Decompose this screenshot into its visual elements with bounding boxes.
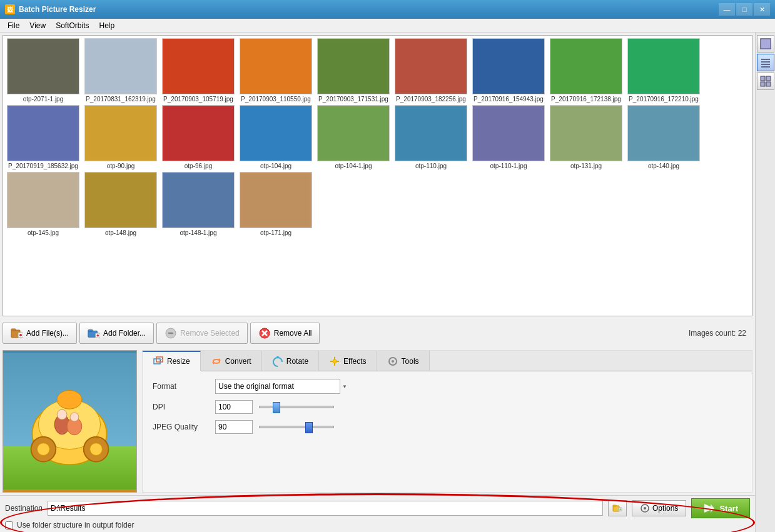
dpi-slider[interactable] — [259, 401, 334, 413]
svg-rect-1 — [11, 42, 76, 91]
tab-convert[interactable]: Convert — [201, 351, 262, 371]
minimize-button[interactable]: — — [719, 3, 735, 16]
image-thumb[interactable]: otp-96.jpg — [161, 105, 236, 169]
jpeg-quality-slider[interactable] — [259, 421, 334, 433]
remove-selected-button[interactable]: Remove Selected — [156, 323, 248, 344]
view-list-button[interactable] — [757, 54, 774, 71]
image-grid[interactable]: otp-2071-1.jpg P_20170831_162319.jpg P_2… — [3, 35, 752, 316]
image-label: otp-110.jpg — [415, 163, 447, 169]
effects-icon — [329, 356, 340, 367]
menu-bar: File View SoftOrbits Help — [0, 19, 775, 33]
dpi-slider-container — [259, 401, 334, 413]
format-select-wrapper: Use the original format JPEG PNG BMP TIF… — [215, 379, 350, 394]
jpeg-quality-slider-container — [259, 421, 334, 433]
svg-rect-25 — [243, 109, 308, 158]
svg-rect-86 — [613, 505, 616, 506]
right-toolbar — [755, 33, 775, 532]
menu-file[interactable]: File — [3, 20, 24, 31]
destination-row: Destination — [5, 498, 750, 518]
options-button[interactable]: Options — [632, 500, 686, 516]
menu-help[interactable]: Help — [94, 20, 120, 31]
svg-point-84 — [392, 360, 394, 363]
image-thumb[interactable]: otp-110-1.jpg — [471, 105, 546, 169]
tab-tools[interactable]: Tools — [377, 351, 430, 371]
view-grid-button[interactable] — [757, 73, 774, 90]
image-thumb[interactable]: P_20170916_172138.jpg — [549, 38, 624, 103]
jpeg-quality-input[interactable] — [215, 420, 253, 434]
svg-rect-101 — [766, 76, 771, 81]
tab-resize[interactable]: Resize — [143, 351, 201, 371]
image-thumb[interactable]: otp-2071-1.jpg — [6, 38, 81, 103]
remove-all-icon — [258, 327, 271, 339]
folder-structure-checkbox[interactable] — [5, 521, 13, 529]
menu-view[interactable]: View — [24, 20, 51, 31]
image-thumb[interactable]: P_20170903_105719.jpg — [161, 38, 236, 103]
format-select[interactable]: Use the original format JPEG PNG BMP TIF… — [215, 379, 340, 394]
app-title: Batch Picture Resizer — [19, 5, 96, 14]
start-button[interactable]: Start — [691, 498, 750, 518]
image-thumb[interactable]: otp-148-1.jpg — [161, 172, 236, 236]
svg-rect-17 — [631, 42, 696, 91]
svg-marker-93 — [711, 504, 714, 513]
image-label: otp-104-1.jpg — [335, 163, 372, 169]
image-thumb[interactable]: otp-140.jpg — [626, 105, 701, 169]
svg-rect-103 — [766, 82, 771, 86]
menu-softorbits[interactable]: SoftOrbits — [51, 20, 94, 31]
form-area: Format Use the original format JPEG PNG … — [143, 371, 752, 448]
jpeg-quality-row: JPEG Quality — [153, 420, 742, 434]
convert-icon — [211, 356, 222, 367]
remove-selected-label: Remove Selected — [180, 329, 240, 338]
image-thumb[interactable]: otp-148.jpg — [83, 172, 158, 236]
image-label: otp-96.jpg — [185, 163, 212, 169]
close-button[interactable]: ✕ — [754, 3, 770, 16]
image-thumb[interactable]: otp-110.jpg — [393, 105, 469, 169]
image-label: P_20170916_172210.jpg — [629, 96, 699, 103]
image-thumb[interactable]: P_20170903_182256.jpg — [393, 38, 469, 103]
remove-all-button[interactable]: Remove All — [250, 323, 320, 344]
image-thumb[interactable]: P_20170916_172210.jpg — [626, 38, 701, 103]
add-files-label: Add File(s)... — [26, 329, 69, 338]
image-thumb[interactable]: P_20170903_171531.jpg — [316, 38, 391, 103]
image-thumb[interactable]: P_20170903_110550.jpg — [238, 38, 313, 103]
title-controls: — □ ✕ — [719, 3, 770, 16]
destination-label: Destination — [5, 504, 43, 513]
image-thumb[interactable]: P_20170916_154943.jpg — [471, 38, 546, 103]
image-thumb[interactable]: otp-104-1.jpg — [316, 105, 391, 169]
svg-rect-23 — [166, 109, 231, 158]
view-large-button[interactable] — [757, 35, 774, 53]
tab-resize-label: Resize — [167, 357, 190, 366]
destination-browse-button[interactable] — [608, 500, 627, 516]
add-files-button[interactable]: Add File(s)... — [3, 323, 77, 344]
image-label: P_20170903_110550.jpg — [241, 96, 311, 103]
image-thumb[interactable]: otp-104.jpg — [238, 105, 313, 169]
image-thumb[interactable]: otp-90.jpg — [83, 105, 158, 169]
svg-rect-29 — [398, 109, 463, 158]
dpi-input[interactable] — [215, 400, 253, 414]
image-label: P_20170903_182256.jpg — [396, 96, 466, 103]
preview-image — [3, 351, 136, 492]
image-label: otp-131.jpg — [570, 163, 602, 169]
format-label: Format — [153, 382, 209, 391]
options-label: Options — [652, 504, 678, 513]
jpeg-quality-label: JPEG Quality — [153, 423, 209, 431]
add-folder-label: Add Folder... — [103, 329, 146, 338]
image-thumb[interactable]: otp-145.jpg — [6, 172, 81, 236]
svg-rect-39 — [88, 176, 153, 225]
svg-rect-100 — [761, 76, 765, 81]
image-label: otp-148.jpg — [105, 229, 136, 236]
add-folder-button[interactable]: Add Folder... — [79, 323, 154, 344]
add-files-icon — [11, 327, 23, 339]
image-thumb[interactable]: otp-171.jpg — [238, 172, 313, 236]
image-label: otp-2071-1.jpg — [23, 96, 64, 103]
maximize-button[interactable]: □ — [736, 3, 752, 16]
image-thumb[interactable]: otp-131.jpg — [549, 105, 624, 169]
image-thumb[interactable]: P_20170919_185632.jpg — [6, 105, 81, 169]
remove-all-label: Remove All — [274, 329, 312, 338]
svg-rect-15 — [554, 42, 619, 91]
image-thumb[interactable]: P_20170831_162319.jpg — [83, 38, 158, 103]
tab-effects[interactable]: Effects — [319, 351, 377, 371]
destination-input[interactable] — [48, 501, 603, 516]
svg-rect-27 — [321, 109, 386, 158]
image-label: otp-148-1.jpg — [180, 229, 217, 236]
tab-rotate[interactable]: Rotate — [262, 351, 319, 371]
